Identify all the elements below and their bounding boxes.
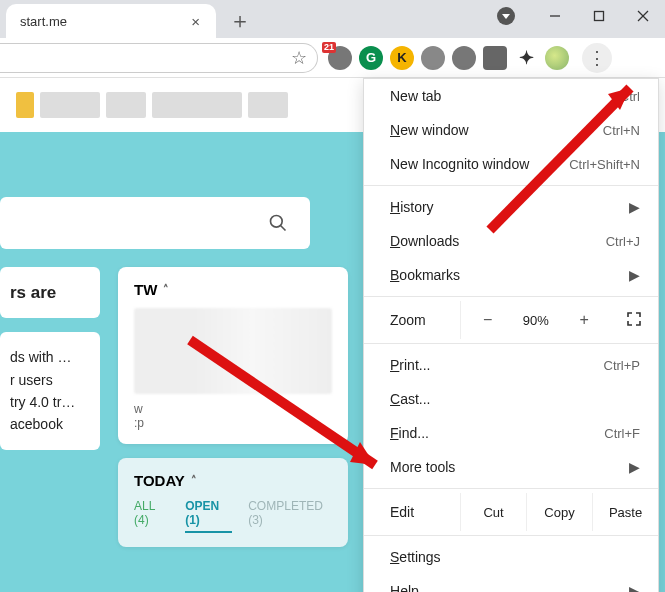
text-line: r users xyxy=(10,369,90,391)
menu-downloads[interactable]: Downloads Ctrl+J xyxy=(364,224,658,258)
extension-icons: 21 ✦ ⋮ xyxy=(328,43,612,73)
grammarly-icon[interactable] xyxy=(359,46,383,70)
profile-avatar-icon[interactable] xyxy=(545,46,569,70)
tab-title: start.me xyxy=(20,14,67,29)
tab-all[interactable]: ALL (4) xyxy=(134,499,169,533)
extension-badge: 21 xyxy=(322,42,336,53)
chevron-up-icon: ˄ xyxy=(163,283,169,296)
menu-cast[interactable]: Cast... xyxy=(364,382,658,416)
widget-header[interactable]: TODAY ˄ xyxy=(134,472,332,489)
widget-title: TODAY xyxy=(134,472,185,489)
menu-label: Print... xyxy=(390,357,430,373)
extension-k-icon[interactable] xyxy=(390,46,414,70)
menu-label: History xyxy=(390,199,434,215)
widget-today[interactable]: TODAY ˄ ALL (4) OPEN (1) COMPLETED (3) xyxy=(118,458,348,547)
window-minimize[interactable] xyxy=(533,0,577,32)
widget-body: ds with … r users try 4.0 tr… acebook xyxy=(0,332,100,450)
search-icon xyxy=(268,213,288,233)
submenu-arrow-icon: ▶ xyxy=(629,583,640,592)
address-bar[interactable]: ☆ xyxy=(0,43,318,73)
widget-title: TW xyxy=(134,281,157,298)
menu-separator xyxy=(364,488,658,489)
menu-separator xyxy=(364,343,658,344)
menu-separator xyxy=(364,296,658,297)
zoom-value: 90% xyxy=(523,313,549,328)
submenu-arrow-icon: ▶ xyxy=(629,199,640,215)
widget-placeholder xyxy=(134,308,332,394)
svg-line-5 xyxy=(281,226,286,231)
menu-bookmarks[interactable]: Bookmarks ▶ xyxy=(364,258,658,292)
tab-completed[interactable]: COMPLETED (3) xyxy=(248,499,332,533)
plus-icon: ＋ xyxy=(229,6,251,36)
menu-label: New window xyxy=(390,122,469,138)
menu-more-tools[interactable]: More tools ▶ xyxy=(364,450,658,484)
window-maximize[interactable] xyxy=(577,0,621,32)
menu-label: Find... xyxy=(390,425,429,441)
menu-help[interactable]: Help ▶ xyxy=(364,574,658,592)
zoom-out-button[interactable]: − xyxy=(470,311,506,329)
tab-open[interactable]: OPEN (1) xyxy=(185,499,232,533)
widget-header[interactable]: TW ˄ xyxy=(134,281,332,298)
menu-find[interactable]: Find... Ctrl+F xyxy=(364,416,658,450)
menu-label: More tools xyxy=(390,459,455,475)
menu-settings[interactable]: Settings xyxy=(364,540,658,574)
browser-toolbar: ☆ 21 ✦ ⋮ xyxy=(0,38,665,78)
browser-tab[interactable]: start.me × xyxy=(6,4,216,38)
widget-tw[interactable]: TW ˄ w :p xyxy=(118,267,348,444)
tab-strip: start.me × ＋ xyxy=(0,0,665,38)
tab-close-icon[interactable]: × xyxy=(185,13,206,30)
menu-incognito[interactable]: New Incognito window Ctrl+Shift+N xyxy=(364,147,658,181)
extension-icon[interactable] xyxy=(483,46,507,70)
extension-icon[interactable]: 21 xyxy=(328,46,352,70)
widget-title: rs are xyxy=(0,267,100,318)
search-card[interactable] xyxy=(0,197,310,249)
chevron-up-icon: ˄ xyxy=(191,474,197,487)
tab-search-icon[interactable] xyxy=(497,7,515,25)
menu-zoom-row: Zoom − 90% + xyxy=(364,301,658,339)
menu-label: Settings xyxy=(390,549,441,565)
edit-copy[interactable]: Copy xyxy=(526,493,592,531)
zoom-in-button[interactable]: + xyxy=(566,311,602,329)
widget-meta: w xyxy=(134,402,332,416)
menu-shortcut: Ctrl+Shift+N xyxy=(569,157,640,172)
widget-meta: :p xyxy=(134,416,332,430)
svg-rect-1 xyxy=(595,12,604,21)
new-tab-button[interactable]: ＋ xyxy=(226,7,254,35)
svg-point-4 xyxy=(271,216,283,228)
menu-history[interactable]: History ▶ xyxy=(364,190,658,224)
extensions-menu-icon[interactable]: ✦ xyxy=(514,46,538,70)
menu-separator xyxy=(364,535,658,536)
window-controls xyxy=(497,0,665,32)
menu-label: New Incognito window xyxy=(390,156,529,172)
window-close[interactable] xyxy=(621,0,665,32)
chrome-menu: New tab Ctrl New window Ctrl+N New Incog… xyxy=(363,78,659,592)
menu-print[interactable]: Print... Ctrl+P xyxy=(364,348,658,382)
menu-label: Downloads xyxy=(390,233,459,249)
fullscreen-icon[interactable] xyxy=(619,311,649,330)
chrome-menu-button[interactable]: ⋮ xyxy=(582,43,612,73)
menu-label: New tab xyxy=(390,88,441,104)
menu-shortcut: Ctrl xyxy=(620,89,640,104)
text-line: try 4.0 tr… xyxy=(10,391,90,413)
menu-label: Edit xyxy=(364,504,460,520)
extension-icon[interactable] xyxy=(421,46,445,70)
today-tabs: ALL (4) OPEN (1) COMPLETED (3) xyxy=(134,499,332,533)
edit-paste[interactable]: Paste xyxy=(592,493,658,531)
menu-edit-row: Edit Cut Copy Paste xyxy=(364,493,658,531)
submenu-arrow-icon: ▶ xyxy=(629,267,640,283)
text-line: ds with … xyxy=(10,346,90,368)
menu-label: Bookmarks xyxy=(390,267,460,283)
menu-shortcut: Ctrl+J xyxy=(606,234,640,249)
text-line: acebook xyxy=(10,413,90,435)
menu-shortcut: Ctrl+F xyxy=(604,426,640,441)
menu-new-window[interactable]: New window Ctrl+N xyxy=(364,113,658,147)
menu-shortcut: Ctrl+N xyxy=(603,123,640,138)
menu-label: Cast... xyxy=(390,391,430,407)
menu-new-tab[interactable]: New tab Ctrl xyxy=(364,79,658,113)
extension-icon[interactable] xyxy=(452,46,476,70)
menu-label: Help xyxy=(390,583,419,592)
menu-separator xyxy=(364,185,658,186)
edit-cut[interactable]: Cut xyxy=(460,493,526,531)
menu-shortcut: Ctrl+P xyxy=(604,358,640,373)
bookmark-star-icon[interactable]: ☆ xyxy=(291,47,307,69)
